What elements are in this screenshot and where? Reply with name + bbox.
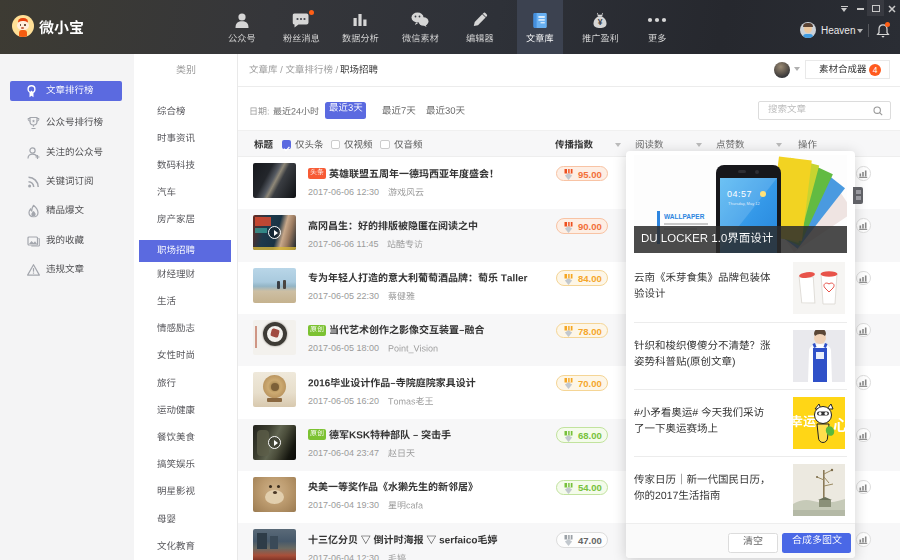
svg-text:¥: ¥ (598, 17, 603, 27)
